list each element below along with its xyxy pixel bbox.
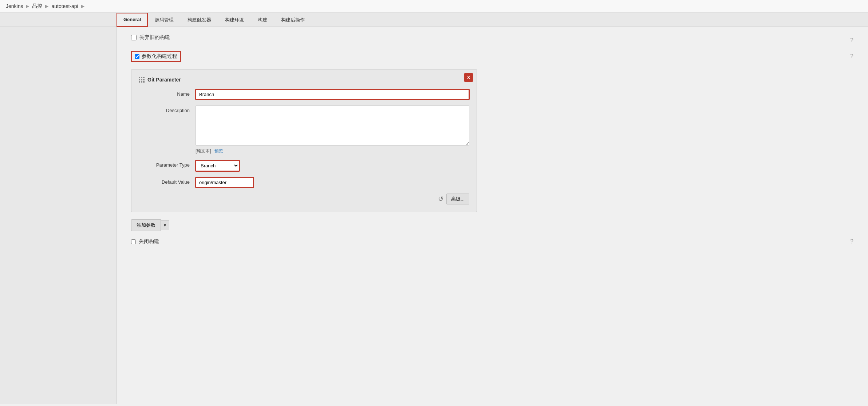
plain-text-label: [纯文本]	[196, 148, 211, 154]
tab-build[interactable]: 构建	[251, 13, 274, 27]
default-value-form-row: Default Value	[139, 177, 469, 188]
advanced-button[interactable]: 高级...	[446, 194, 469, 204]
name-label: Name	[139, 89, 190, 97]
disable-build-label: 关闭构建	[139, 238, 159, 245]
tab-general[interactable]: General	[117, 13, 148, 27]
discard-builds-checkbox[interactable]	[131, 35, 137, 40]
text-links: [纯文本] 预览	[196, 148, 469, 154]
description-textarea[interactable]	[196, 106, 469, 146]
breadcrumb-sep-3: ▶	[81, 4, 84, 9]
discard-builds-help-icon[interactable]: ?	[850, 37, 853, 44]
default-value-input[interactable]	[196, 177, 254, 188]
description-label: Description	[139, 106, 190, 113]
breadcrumb-pinkon[interactable]: 品控	[32, 3, 42, 9]
discard-builds-row: 丢弃旧的构建 ?	[131, 34, 853, 47]
name-form-row: Name	[139, 89, 469, 100]
breadcrumb-sep-1: ▶	[26, 4, 29, 9]
breadcrumb-jenkins[interactable]: Jenkins	[6, 3, 23, 9]
name-control	[196, 89, 469, 100]
sidebar	[0, 27, 117, 404]
description-form-row: Description [纯文本] 预览	[139, 106, 469, 154]
add-param-button[interactable]: 添加参数	[131, 219, 161, 231]
disable-build-help-icon[interactable]: ?	[850, 238, 853, 245]
tab-env[interactable]: 构建环境	[218, 13, 251, 27]
tab-trigger[interactable]: 构建触发器	[181, 13, 218, 27]
parameterized-checkbox-highlighted: 参数化构建过程	[131, 51, 181, 62]
parameter-type-label: Parameter Type	[139, 160, 190, 168]
breadcrumb: Jenkins ▶ 品控 ▶ autotest-api ▶	[0, 0, 868, 13]
content-area: 丢弃旧的构建 ? 参数化构建过程 ? Git Parameter X	[117, 27, 868, 404]
tabs-bar: General 源码管理 构建触发器 构建环境 构建 构建后操作	[0, 13, 868, 27]
parameterized-row: 参数化构建过程 ?	[131, 51, 853, 62]
git-param-footer: ↺ 高级...	[139, 194, 469, 204]
default-value-label: Default Value	[139, 177, 190, 185]
parameterized-label: 参数化构建过程	[142, 53, 177, 60]
discard-builds-label: 丢弃旧的构建	[139, 34, 170, 41]
main-layout: 丢弃旧的构建 ? 参数化构建过程 ? Git Parameter X	[0, 27, 868, 404]
breadcrumb-project[interactable]: autotest-api	[51, 3, 78, 9]
parameter-type-control: Branch Tag Revision Branch or Tag	[196, 160, 469, 171]
parameterized-help-icon[interactable]: ?	[850, 53, 853, 60]
git-parameter-heading: Git Parameter	[147, 77, 181, 83]
grid-icon	[139, 77, 145, 83]
name-input[interactable]	[196, 89, 469, 100]
close-button[interactable]: X	[464, 73, 473, 82]
disable-build-row: 关闭构建 ?	[131, 238, 853, 245]
add-param-dropdown-button[interactable]: ▾	[161, 220, 169, 230]
preview-link[interactable]: 预览	[214, 148, 223, 154]
description-control: [纯文本] 预览	[196, 106, 469, 154]
breadcrumb-sep-2: ▶	[45, 4, 48, 9]
git-parameter-title: Git Parameter	[139, 77, 469, 83]
parameterized-checkbox[interactable]	[135, 54, 139, 59]
tab-post-build[interactable]: 构建后操作	[274, 13, 312, 27]
git-parameter-box: Git Parameter X Name Description [纯文本] 预…	[131, 69, 477, 212]
add-param-group: 添加参数 ▾	[131, 219, 853, 231]
discard-builds-checkbox-row: 丢弃旧的构建	[131, 34, 170, 41]
history-button[interactable]: ↺	[438, 195, 443, 203]
default-value-control	[196, 177, 469, 188]
disable-build-checkbox[interactable]	[131, 239, 136, 244]
parameter-type-select[interactable]: Branch Tag Revision Branch or Tag	[196, 160, 240, 171]
tab-source[interactable]: 源码管理	[148, 13, 181, 27]
parameter-type-form-row: Parameter Type Branch Tag Revision Branc…	[139, 160, 469, 171]
